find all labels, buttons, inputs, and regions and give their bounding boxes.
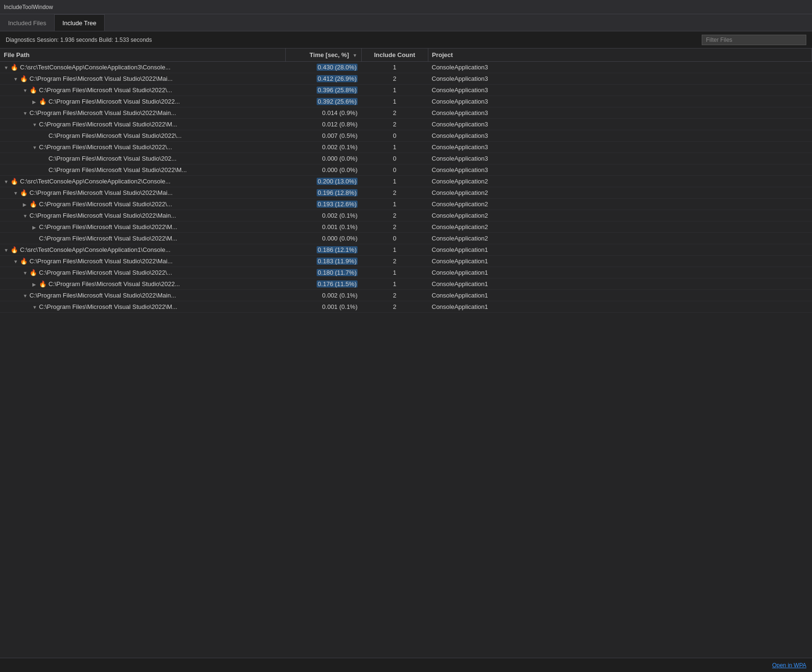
col-count-header: Include Count	[361, 48, 428, 62]
table-row[interactable]: ▼🔥C:\Program Files\Microsoft Visual Stud…	[0, 73, 812, 85]
table-row[interactable]: ▼C:\Program Files\Microsoft Visual Studi…	[0, 290, 812, 301]
collapse-arrow-icon[interactable]: ▼	[4, 248, 10, 253]
file-path-cell: C:\Program Files\Microsoft Visual Studio…	[0, 164, 285, 176]
col-time-header[interactable]: Time [sec, %] ▼	[285, 48, 361, 62]
table-row[interactable]: ▼C:\Program Files\Microsoft Visual Studi…	[0, 301, 812, 313]
file-path-cell: ▼C:\Program Files\Microsoft Visual Studi…	[0, 290, 285, 301]
include-count-cell: 0	[361, 233, 428, 244]
file-path-text: C:\Program Files\Microsoft Visual Studio…	[48, 166, 187, 173]
project-cell: ConsoleApplication1	[428, 290, 812, 301]
include-count-cell: 0	[361, 164, 428, 176]
project-cell: ConsoleApplication2	[428, 221, 812, 233]
time-badge: 0.412 (26.9%)	[317, 75, 358, 82]
time-cell: 0.176 (11.5%)	[285, 278, 361, 290]
table-row[interactable]: C:\Program Files\Microsoft Visual Studio…	[0, 164, 812, 176]
collapse-arrow-icon[interactable]: ▼	[13, 77, 20, 82]
filter-input[interactable]	[702, 35, 806, 45]
include-count-cell: 1	[361, 176, 428, 187]
file-table: File Path Time [sec, %] ▼ Include Count …	[0, 48, 812, 313]
include-count-cell: 2	[361, 256, 428, 267]
file-path-text: C:\Program Files\Microsoft Visual Studio…	[29, 189, 173, 196]
file-path-cell: ▼C:\Program Files\Microsoft Visual Studi…	[0, 119, 285, 130]
collapse-arrow-icon[interactable]: ▼	[32, 145, 39, 150]
include-count-cell: 2	[361, 210, 428, 221]
file-path-text: C:\Program Files\Microsoft Visual Studio…	[39, 201, 172, 208]
file-path-text: C:\Program Files\Microsoft Visual Studio…	[29, 75, 173, 82]
collapse-arrow-icon[interactable]: ▼	[23, 213, 29, 219]
collapse-arrow-icon[interactable]: ▼	[23, 293, 29, 298]
time-badge: 0.200 (13.0%)	[317, 178, 358, 185]
table-header-row: File Path Time [sec, %] ▼ Include Count …	[0, 48, 812, 62]
collapse-arrow-icon[interactable]: ▼	[4, 65, 10, 70]
time-cell: 0.000 (0.0%)	[285, 153, 361, 164]
table-container[interactable]: File Path Time [sec, %] ▼ Include Count …	[0, 48, 812, 658]
table-row[interactable]: ▼🔥C:\src\TestConsoleApp\ConsoleApplicati…	[0, 244, 812, 256]
table-row[interactable]: ▶🔥C:\Program Files\Microsoft Visual Stud…	[0, 199, 812, 210]
time-badge: 0.180 (11.7%)	[317, 269, 358, 276]
project-cell: ConsoleApplication1	[428, 301, 812, 313]
main-window: IncludeToolWindow Included FilesInclude …	[0, 0, 812, 672]
table-row[interactable]: ▶🔥C:\Program Files\Microsoft Visual Stud…	[0, 96, 812, 107]
fire-icon: 🔥	[20, 75, 28, 82]
collapse-arrow-icon[interactable]: ▼	[4, 179, 10, 184]
include-count-cell: 1	[361, 96, 428, 107]
file-path-text: C:\Program Files\Microsoft Visual Studio…	[48, 132, 182, 139]
time-badge: 0.193 (12.6%)	[317, 201, 358, 208]
table-row[interactable]: ▼C:\Program Files\Microsoft Visual Studi…	[0, 142, 812, 153]
file-path-cell: ▼🔥C:\src\TestConsoleApp\ConsoleApplicati…	[0, 244, 285, 256]
collapse-arrow-icon[interactable]: ▼	[13, 191, 20, 196]
time-cell: 0.002 (0.1%)	[285, 142, 361, 153]
time-cell: 0.196 (12.8%)	[285, 187, 361, 199]
table-row[interactable]: ▼C:\Program Files\Microsoft Visual Studi…	[0, 210, 812, 221]
project-cell: ConsoleApplication3	[428, 153, 812, 164]
time-cell: 0.430 (28.0%)	[285, 62, 361, 73]
table-row[interactable]: C:\Program Files\Microsoft Visual Studio…	[0, 233, 812, 244]
file-path-text: C:\Program Files\Microsoft Visual Studio…	[39, 269, 172, 276]
table-row[interactable]: ▼🔥C:\Program Files\Microsoft Visual Stud…	[0, 267, 812, 278]
file-path-text: C:\src\TestConsoleApp\ConsoleApplication…	[20, 178, 171, 185]
file-path-text: C:\Program Files\Microsoft Visual Studio…	[39, 144, 172, 151]
expand-arrow-icon[interactable]: ▶	[32, 225, 39, 230]
table-row[interactable]: ▼🔥C:\Program Files\Microsoft Visual Stud…	[0, 187, 812, 199]
table-row[interactable]: ▼🔥C:\Program Files\Microsoft Visual Stud…	[0, 256, 812, 267]
expand-arrow-icon[interactable]: ▶	[32, 99, 39, 105]
time-cell: 0.193 (12.6%)	[285, 199, 361, 210]
collapse-arrow-icon[interactable]: ▼	[32, 305, 39, 310]
table-row[interactable]: ▶C:\Program Files\Microsoft Visual Studi…	[0, 221, 812, 233]
table-row[interactable]: ▼🔥C:\Program Files\Microsoft Visual Stud…	[0, 85, 812, 96]
footer-bar: Open in WPA	[0, 658, 812, 672]
table-row[interactable]: ▼🔥C:\src\TestConsoleApp\ConsoleApplicati…	[0, 176, 812, 187]
time-cell: 0.001 (0.1%)	[285, 221, 361, 233]
project-cell: ConsoleApplication3	[428, 85, 812, 96]
fire-icon: 🔥	[10, 64, 18, 71]
table-row[interactable]: ▼🔥C:\src\TestConsoleApp\ConsoleApplicati…	[0, 62, 812, 73]
expand-arrow-icon[interactable]: ▶	[32, 282, 39, 287]
file-path-text: C:\Program Files\Microsoft Visual Studio…	[48, 155, 176, 162]
collapse-arrow-icon[interactable]: ▼	[23, 111, 29, 116]
include-count-cell: 2	[361, 107, 428, 119]
collapse-arrow-icon[interactable]: ▼	[23, 88, 29, 93]
table-row[interactable]: C:\Program Files\Microsoft Visual Studio…	[0, 130, 812, 142]
open-in-wpa-link[interactable]: Open in WPA	[772, 662, 806, 669]
fire-icon: 🔥	[10, 178, 18, 185]
tab-included-files[interactable]: Included Files	[0, 14, 54, 31]
tab-include-tree[interactable]: Include Tree	[54, 14, 105, 31]
file-path-text: C:\Program Files\Microsoft Visual Studio…	[39, 235, 177, 242]
table-row[interactable]: ▼C:\Program Files\Microsoft Visual Studi…	[0, 107, 812, 119]
collapse-arrow-icon[interactable]: ▼	[13, 259, 20, 264]
include-count-cell: 1	[361, 199, 428, 210]
time-cell: 0.002 (0.1%)	[285, 290, 361, 301]
table-row[interactable]: ▼C:\Program Files\Microsoft Visual Studi…	[0, 119, 812, 130]
project-cell: ConsoleApplication1	[428, 244, 812, 256]
table-row[interactable]: ▶🔥C:\Program Files\Microsoft Visual Stud…	[0, 278, 812, 290]
file-path-cell: ▼🔥C:\Program Files\Microsoft Visual Stud…	[0, 73, 285, 85]
include-count-cell: 1	[361, 142, 428, 153]
table-row[interactable]: C:\Program Files\Microsoft Visual Studio…	[0, 153, 812, 164]
expand-arrow-icon[interactable]: ▶	[23, 202, 29, 207]
project-cell: ConsoleApplication3	[428, 130, 812, 142]
project-cell: ConsoleApplication2	[428, 210, 812, 221]
file-path-cell: C:\Program Files\Microsoft Visual Studio…	[0, 153, 285, 164]
collapse-arrow-icon[interactable]: ▼	[32, 122, 39, 127]
collapse-arrow-icon[interactable]: ▼	[23, 270, 29, 276]
file-path-cell: ▼🔥C:\Program Files\Microsoft Visual Stud…	[0, 267, 285, 278]
